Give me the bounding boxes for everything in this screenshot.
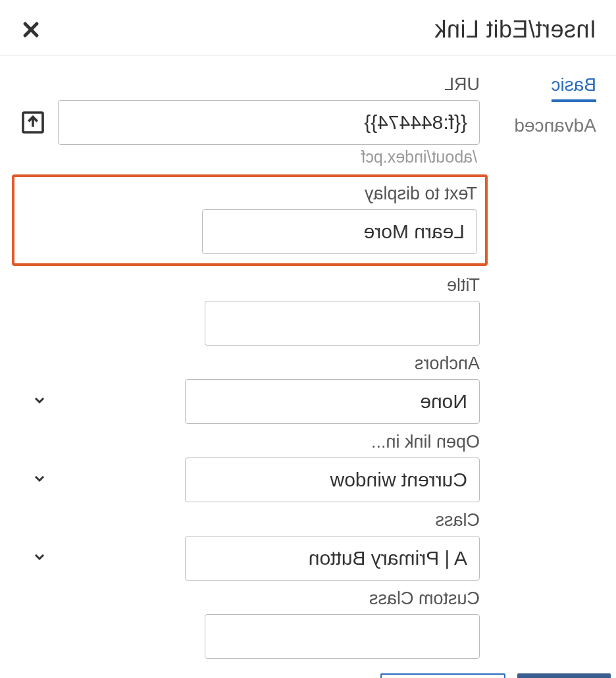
chevron-down-icon (32, 392, 47, 411)
upload-icon[interactable] (20, 109, 46, 136)
custom-class-label: Custom Class (20, 588, 480, 609)
insert-edit-link-dialog: Insert/Edit Link Basic Advanced URL (0, 0, 616, 678)
dialog-title: Insert/Edit Link (434, 16, 596, 43)
field-url: URL /about/index.pcf (20, 74, 480, 167)
title-label: Title (20, 275, 480, 296)
class-select[interactable] (185, 536, 480, 581)
chevron-down-icon (32, 471, 47, 489)
field-title: Title (20, 275, 480, 346)
tabs: Basic Advanced (488, 74, 616, 667)
field-text-to-display: Text to display (22, 184, 477, 254)
form: URL /about/index.pcf Text to (0, 74, 488, 667)
text-to-display-label: Text to display (22, 184, 477, 204)
anchors-select[interactable] (185, 379, 480, 424)
highlight-text-to-display: Text to display (12, 174, 488, 266)
url-input[interactable] (58, 100, 480, 145)
tab-basic[interactable]: Basic (552, 74, 596, 102)
cancel-button[interactable]: CANCEL (380, 673, 505, 678)
tab-advanced[interactable]: Advanced (514, 115, 596, 140)
class-label: Class (20, 510, 480, 531)
field-class: Class (20, 510, 480, 581)
save-button[interactable]: SAVE (517, 673, 611, 678)
text-to-display-input[interactable] (202, 209, 477, 254)
custom-class-input[interactable] (205, 614, 480, 659)
title-input[interactable] (205, 301, 480, 346)
url-label: URL (20, 74, 480, 95)
dialog-body: Basic Advanced URL /about/inde (0, 55, 616, 667)
open-link-label: Open link in... (20, 432, 480, 452)
dialog-footer: SAVE CANCEL (0, 667, 616, 678)
dialog-header: Insert/Edit Link (0, 0, 616, 55)
field-open-link: Open link in... (20, 432, 480, 502)
anchors-label: Anchors (20, 353, 480, 374)
close-icon[interactable] (20, 18, 42, 41)
url-helper: /about/index.pcf (20, 147, 480, 167)
field-custom-class: Custom Class (20, 588, 480, 659)
open-link-select[interactable] (185, 457, 480, 502)
chevron-down-icon (32, 549, 47, 567)
field-anchors: Anchors (20, 353, 480, 424)
